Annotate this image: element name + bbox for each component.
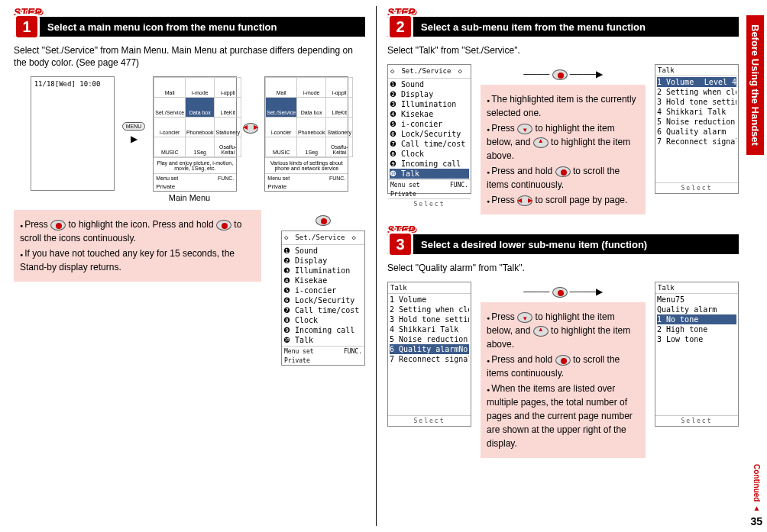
standby-screen: 11/18[Wed] 10:00 <box>31 76 115 191</box>
step2-header: 2 Select a sub-menu item from the menu f… <box>387 17 739 37</box>
main-menu-grid-2: Maili-modei-αppli Set./ServiceData boxLi… <box>264 76 348 192</box>
set-service-screen-hl: ◇ Set./Service ◇ ❶ Sound ❷ Display ❸ Ill… <box>387 64 471 194</box>
dpad-down-icon <box>517 312 532 323</box>
step2-title: Select a sub-menu item from the menu fun… <box>421 21 646 33</box>
dpad-lr-icon <box>243 123 258 134</box>
dpad-center-icon <box>552 69 568 80</box>
step1-header: 1 Select a main menu icon from the menu … <box>14 17 365 37</box>
step2-body: Select "Talk" from "Set./Service". <box>387 44 739 56</box>
step1-title: Select a main menu icon from the menu fu… <box>47 21 277 33</box>
side-tab: Before Using the Handset <box>746 15 764 155</box>
dpad-down-icon <box>517 124 532 134</box>
step2-notes: The highlighted item is the currently se… <box>481 85 646 214</box>
step1-notes: Press to highlight the icon. Press and h… <box>14 210 261 282</box>
column-divider <box>376 6 377 526</box>
step-number-1: 1 <box>14 14 40 40</box>
arrow-right-icon: ▶ <box>131 134 138 144</box>
dpad-center-icon <box>552 287 568 298</box>
dpad-center-icon <box>555 355 571 366</box>
step-number-3: 3 <box>387 231 413 257</box>
step3-notes: Press to highlight the item below, and t… <box>481 302 646 458</box>
dpad-center-icon <box>50 220 66 231</box>
step-number-2: 2 <box>387 14 413 40</box>
main-menu-caption: Main Menu <box>14 193 365 202</box>
talk-screen: Talk 1 VolumeLevel 4 2 Setting when clos… <box>655 64 739 194</box>
set-service-screen: ◇ Set./Service ◇ ❶ Sound ❷ Display ❸ Ill… <box>281 231 365 366</box>
dpad-center-icon <box>316 215 331 226</box>
step3-header: 3 Select a desired lower sub-menu item (… <box>387 234 739 254</box>
step3-title: Select a desired lower sub-menu item (fu… <box>421 239 647 250</box>
step3-body: Select "Quality alarm" from "Talk". <box>387 262 739 274</box>
talk-screen-hl: Talk 1 Volume 2 Setting when closed 3 Ho… <box>387 282 471 427</box>
dpad-center-icon <box>216 220 231 231</box>
menu-key-icon: MENU <box>122 122 146 131</box>
step1-body: Select "Set./Service" from Main Menu. Ma… <box>14 44 365 69</box>
page-number: 35 <box>750 515 762 527</box>
dpad-up-icon <box>533 137 549 148</box>
dpad-up-icon <box>533 326 549 337</box>
dpad-center-icon <box>555 166 571 177</box>
dpad-lr-icon <box>517 195 532 206</box>
note-text: Press to highlight the icon. Press and h… <box>20 219 241 243</box>
quality-alarm-screen: Talk Menu75 Quality alarm 1 No tone 2 Hi… <box>655 282 739 427</box>
continued-label: Continued ▲ <box>752 464 761 512</box>
main-menu-grid-1: Maili-modei-αppli Set./ServiceData boxLi… <box>153 76 237 192</box>
